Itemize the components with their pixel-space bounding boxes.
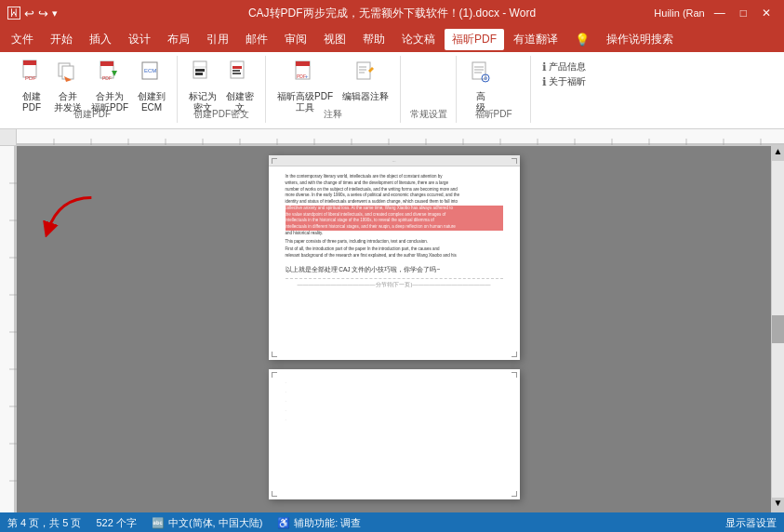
about-foxit-label: 关于福昕 xyxy=(549,75,586,88)
ribbon-buttons-mark: 标记为密文 创建密文 xyxy=(185,58,258,115)
ribbon-group-settings: 常规设置 xyxy=(401,56,457,123)
svg-rect-1 xyxy=(23,60,36,65)
menu-help[interactable]: 帮助 xyxy=(355,29,392,50)
create-ecm-icon: ECM xyxy=(140,60,163,89)
product-info-button[interactable]: ℹ 产品信息 xyxy=(538,60,590,74)
para-10: and historical reality. xyxy=(286,231,503,237)
about-foxit-button[interactable]: ℹ 关于福昕 xyxy=(538,74,590,89)
svg-rect-15 xyxy=(233,66,242,69)
editor-annotation-button[interactable]: 编辑器注释 xyxy=(339,58,392,104)
word-count-text: 522 个字 xyxy=(96,516,136,530)
page-info-text: 第 4 页，共 5 页 xyxy=(7,516,81,530)
user-label: Huilin (Ran xyxy=(654,7,704,19)
page2-lines: · · · · · xyxy=(286,379,503,424)
document-area[interactable]: ··· In the contemporary literary world, … xyxy=(17,146,771,512)
merge-send-icon xyxy=(57,60,79,89)
para-6-highlighted: collective anxiety and spiritual loss. A… xyxy=(286,206,503,212)
product-info-label: 产品信息 xyxy=(549,60,586,73)
about-foxit-icon: ℹ xyxy=(542,75,547,88)
svg-text:ECM: ECM xyxy=(144,68,156,73)
section-break-label: ——————————————分节符(下一页)—————————————— xyxy=(286,278,503,290)
merge-send-button[interactable]: 合并并发送 xyxy=(50,58,86,115)
svg-rect-33 xyxy=(17,143,784,145)
mark-secret-button[interactable]: 标记为密文 xyxy=(185,58,220,115)
redo-icon[interactable]: ↪ xyxy=(38,7,48,20)
menu-view[interactable]: 视图 xyxy=(316,29,353,50)
menu-review[interactable]: 审阅 xyxy=(277,29,314,50)
editor-annotation-icon xyxy=(355,60,376,89)
para-5: identity and status of intellectuals und… xyxy=(286,199,503,206)
ruler-horizontal xyxy=(17,129,784,145)
display-settings-text[interactable]: 显示器设置 xyxy=(725,516,777,530)
window-icon: 🅆 xyxy=(7,6,20,20)
merge-foxit-button[interactable]: PDF 合并为福昕PDF xyxy=(87,58,132,115)
undo-icon[interactable]: ↩ xyxy=(24,7,34,20)
title-bar: 🅆 ↩ ↪ ▾ CAJ转PDF两步完成，无需额外下载软件！(1).docx - … xyxy=(0,0,784,26)
svg-text:PDF: PDF xyxy=(25,75,36,81)
svg-rect-12 xyxy=(195,69,205,72)
ribbon-group-createpdf: PDF 创建PDF 合并并发送 xyxy=(7,56,178,123)
menu-layout[interactable]: 布局 xyxy=(160,29,197,50)
word-count: 522 个字 xyxy=(96,516,136,530)
customize-icon[interactable]: ▾ xyxy=(52,7,58,20)
menu-search[interactable]: 操作说明搜索 xyxy=(599,29,681,50)
editor-annotation-label: 编辑器注释 xyxy=(342,91,389,102)
lang-indicator: 🔤 中文(简体, 中国大陆) xyxy=(152,516,262,530)
menu-foxitpdf[interactable]: 福昕PDF xyxy=(445,29,504,50)
scroll-up-button[interactable]: ▲ xyxy=(772,146,784,161)
merge-foxit-icon: PDF xyxy=(99,60,121,89)
scroll-down-button[interactable]: ▼ xyxy=(772,498,784,512)
accessibility-item: ♿ 辅助功能: 调查 xyxy=(277,516,361,530)
svg-rect-16 xyxy=(233,70,240,72)
status-bar-right: 显示器设置 xyxy=(725,516,777,530)
advanced-button[interactable]: ⚙ 高级 xyxy=(464,58,498,115)
product-info-icon: ℹ xyxy=(542,60,547,73)
title-bar-left-controls[interactable]: 🅆 ↩ ↪ ▾ xyxy=(7,6,58,20)
advanced-pdf-button[interactable]: PDF + 福昕高级PDF工具 xyxy=(273,58,337,115)
page1-content: In the contemporary literary world, inte… xyxy=(269,166,520,296)
close-button[interactable]: ✕ xyxy=(756,7,777,20)
create-secret-button[interactable]: 创建密文 xyxy=(222,58,258,115)
para-9-highlighted: intellectuals in different historical st… xyxy=(286,224,503,231)
ribbon-group-markpdf: 标记为密文 创建密文 创建PDF密文 xyxy=(178,56,266,123)
window-controls[interactable]: Huilin (Ran — □ ✕ xyxy=(654,7,777,20)
ruler-area xyxy=(0,129,784,146)
menu-home[interactable]: 开始 xyxy=(43,29,80,50)
accessibility-text: 辅助功能: 调查 xyxy=(294,516,361,530)
create-pdf-button[interactable]: PDF 创建PDF xyxy=(15,58,48,115)
para-1: In the contemporary literary world, inte… xyxy=(286,174,503,180)
menu-youdao[interactable]: 有道翻译 xyxy=(506,29,565,50)
svg-rect-17 xyxy=(233,73,241,74)
document-page-1: ··· In the contemporary literary world, … xyxy=(269,155,520,360)
svg-rect-4 xyxy=(62,66,73,79)
ribbon-buttons-createpdf: PDF 创建PDF 合并并发送 xyxy=(15,58,169,115)
ribbon-dropdown-area: ℹ 产品信息 ℹ 关于福昕 xyxy=(538,60,590,89)
page-info: 第 4 页，共 5 页 xyxy=(7,516,81,530)
bottom-text: 以上就是全部处理 CAJ 文件的小技巧啦，你学会了吗~ xyxy=(286,265,503,274)
ruler-corner xyxy=(0,129,17,145)
scroll-thumb[interactable] xyxy=(772,315,784,343)
ribbon-buttons-foxitpdf: ⚙ 高级 xyxy=(464,58,498,115)
menu-mailings[interactable]: 邮件 xyxy=(238,29,275,50)
group-createpdf-label: 创建PDF xyxy=(7,108,177,121)
menu-lightbulb[interactable]: 💡 xyxy=(567,30,597,49)
group-foxitpdf-label: 福昕PDF xyxy=(457,108,530,121)
svg-rect-6 xyxy=(100,61,113,66)
menu-references[interactable]: 引用 xyxy=(199,29,236,50)
scroll-bar[interactable]: ▲ ▼ xyxy=(771,146,784,512)
accessibility-icon: ♿ xyxy=(277,517,290,529)
menu-insert[interactable]: 插入 xyxy=(82,29,119,50)
menu-design[interactable]: 设计 xyxy=(121,29,158,50)
group-markpdf-label: 创建PDF密文 xyxy=(178,108,265,121)
ribbon: PDF 创建PDF 合并并发送 xyxy=(0,52,784,129)
ribbon-group-annotation: PDF + 福昕高级PDF工具 编辑器注释 xyxy=(266,56,401,123)
para-13: relevant background of the research are … xyxy=(286,253,503,259)
minimize-button[interactable]: — xyxy=(709,7,731,20)
svg-text:PDF: PDF xyxy=(102,75,112,81)
page2-content: · · · · · xyxy=(269,369,520,433)
maximize-button[interactable]: □ xyxy=(735,7,752,20)
para-4: more diverse. In the early 1990s, a seri… xyxy=(286,193,503,199)
menu-thesis[interactable]: 论文稿 xyxy=(394,29,443,50)
create-ecm-button[interactable]: ECM 创建到ECM xyxy=(134,58,169,115)
menu-file[interactable]: 文件 xyxy=(4,29,41,50)
